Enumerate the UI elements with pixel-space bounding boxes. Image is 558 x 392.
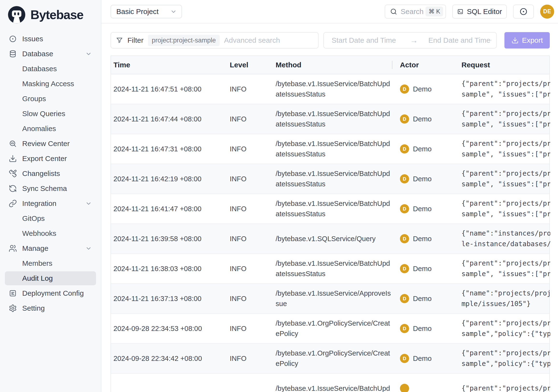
request-line: {"parent":"projects/pr <box>462 108 550 119</box>
sidebar-item-review-center[interactable]: Review Center <box>5 137 96 151</box>
user-avatar[interactable]: DE <box>540 5 554 18</box>
sidebar-item-members[interactable]: Members <box>5 256 96 270</box>
method-line: ePolicy <box>276 329 392 339</box>
search-button[interactable]: Search ⌘ K <box>385 5 446 18</box>
sidebar-item-manage[interactable]: Manage <box>5 241 96 255</box>
export-button[interactable]: Export <box>505 32 550 49</box>
code-search-icon <box>9 139 17 148</box>
topbar-right: Search ⌘ K SQL Editor DE <box>385 5 554 18</box>
bytebase-logo-icon <box>7 5 26 24</box>
sidebar-item-sync-schema[interactable]: Sync Schema <box>5 182 96 196</box>
table-row[interactable]: 2024-11-21 16:39:58 +08:00INFO/bytebase.… <box>111 224 549 254</box>
sidebar-nav: IssuesDatabaseDatabasesMasking AccessGro… <box>0 27 101 315</box>
request-line: mple/issues/105"} <box>462 299 550 309</box>
cell-level: INFO <box>227 115 273 123</box>
sidebar-item-masking-access[interactable]: Masking Access <box>5 77 96 91</box>
sidebar-item-label: Slow Queries <box>22 110 65 118</box>
table-row[interactable]: 2024-09-28 22:34:42 +08:00INFO/bytebase.… <box>111 344 549 374</box>
cell-request: {"parent":"projects/prsample","policy":{… <box>461 318 550 339</box>
request-line: {"parent":"projects/pr <box>462 198 550 209</box>
table-row[interactable]: 2024-11-21 16:37:13 +08:00INFO/bytebase.… <box>111 284 549 314</box>
cell-request: {"parent":"projects/prsample", "issues":… <box>461 138 550 160</box>
cell-request: {"parent":"projects/prsample", "issues":… <box>461 168 550 190</box>
sidebar-item-databases[interactable]: Databases <box>5 62 96 76</box>
sidebar-item-groups[interactable]: Groups <box>5 92 96 106</box>
bytebase-logo[interactable]: Bytebase <box>0 0 101 27</box>
actor-avatar: D <box>400 174 409 183</box>
actor-name: Demo <box>413 235 432 243</box>
cell-request: {"parent":"projects/prsample", "issues":… <box>461 198 550 219</box>
column-header-actor: Actor <box>392 61 461 69</box>
cell-time: 2024-11-21 16:41:47 +08:00 <box>111 205 227 213</box>
method-line: ateIssuesStatus <box>276 209 392 219</box>
bytebase-app: Bytebase IssuesDatabaseDatabasesMasking … <box>0 0 558 392</box>
method-line: ePolicy <box>276 358 392 369</box>
actor-name: Demo <box>413 295 432 303</box>
method-line: ateIssuesStatus <box>276 149 392 159</box>
download-icon <box>511 37 519 44</box>
column-header-time: Time <box>111 61 227 69</box>
actor-name: Demo <box>413 145 432 153</box>
pencil-ruler-icon <box>9 169 17 178</box>
sidebar-item-issues[interactable]: Issues <box>5 32 96 46</box>
filter-search-input[interactable]: Filter project:project-sample Advanced s… <box>111 32 319 49</box>
cell-level: INFO <box>227 85 273 93</box>
sidebar-item-deployment-config[interactable]: Deployment Config <box>5 286 96 300</box>
arrow-right-icon: → <box>410 36 418 45</box>
refresh-ccw-icon <box>9 184 17 193</box>
sql-editor-button[interactable]: SQL Editor <box>452 5 507 18</box>
method-line: /bytebase.v1.IssueService/BatchUpd <box>276 258 392 269</box>
sidebar-item-export-center[interactable]: Export Center <box>5 152 96 166</box>
table-row[interactable]: 2024-11-21 16:42:19 +08:00INFO/bytebase.… <box>111 164 549 194</box>
cell-actor: DDemo <box>392 85 461 94</box>
actor-name: Demo <box>413 325 432 333</box>
sidebar-item-integration[interactable]: Integration <box>5 196 96 210</box>
method-line: /bytebase.v1.IssueService/BatchUpd <box>276 383 392 392</box>
table-row[interactable]: 2024-11-21 16:38:03 +08:00INFO/bytebase.… <box>111 254 549 284</box>
cell-time: 2024-11-21 16:47:51 +08:00 <box>111 85 227 93</box>
sidebar-item-changelists[interactable]: Changelists <box>5 166 96 181</box>
brand-name: Bytebase <box>30 8 83 22</box>
project-selector[interactable]: Basic Project <box>111 5 182 18</box>
method-line: /bytebase.v1.IssueService/BatchUpd <box>276 79 392 89</box>
sidebar-item-webhooks[interactable]: Webhooks <box>5 226 96 240</box>
table-row[interactable]: /bytebase.v1.IssueService/BatchUpd{"pare… <box>111 374 549 392</box>
filter-chip-project[interactable]: project:project-sample <box>148 35 220 46</box>
cell-level: INFO <box>227 205 273 213</box>
chevron-down-icon <box>85 245 92 252</box>
sidebar-item-slow-queries[interactable]: Slow Queries <box>5 107 96 121</box>
sidebar-item-database[interactable]: Database <box>5 47 96 61</box>
table-row[interactable]: 2024-11-21 16:47:51 +08:00INFO/bytebase.… <box>111 74 549 104</box>
sidebar-item-audit-log[interactable]: Audit Log <box>5 271 96 285</box>
timer-button[interactable] <box>513 5 534 18</box>
table-row[interactable]: 2024-11-21 16:47:31 +08:00INFO/bytebase.… <box>111 134 549 164</box>
cell-time: 2024-11-21 16:38:03 +08:00 <box>111 265 227 273</box>
request-line: {"parent":"projects/pr <box>462 78 550 89</box>
sidebar-item-label: Integration <box>22 199 56 208</box>
cell-method: /bytebase.v1.IssueService/BatchUpdateIss… <box>273 198 392 219</box>
request-line: sample", "issues":["pr <box>462 149 550 160</box>
column-header-level: Level <box>227 61 273 69</box>
actor-name: Demo <box>413 355 432 363</box>
chevron-down-icon <box>85 200 92 207</box>
search-placeholder: Search <box>401 8 424 16</box>
cell-method: /bytebase.v1.IssueService/ApproveIssue <box>273 288 392 309</box>
sidebar-item-gitops[interactable]: GitOps <box>5 211 96 226</box>
actor-avatar: D <box>400 354 409 363</box>
method-line: /bytebase.v1.IssueService/BatchUpd <box>276 198 392 209</box>
table-row[interactable]: 2024-09-28 22:34:53 +08:00INFO/bytebase.… <box>111 314 549 344</box>
method-line: /bytebase.v1.IssueService/ApproveIs <box>276 288 392 299</box>
column-header-method: Method <box>273 61 392 69</box>
cell-request: {"name":"instances/prole-instance/databa… <box>461 228 550 249</box>
sql-editor-label: SQL Editor <box>467 8 502 16</box>
request-line: sample","policy":{"typ <box>462 329 550 339</box>
sidebar-item-setting[interactable]: Setting <box>5 301 96 315</box>
database-icon <box>9 50 17 58</box>
sidebar-item-anomalies[interactable]: Anomalies <box>5 122 96 136</box>
table-row[interactable]: 2024-11-21 16:41:47 +08:00INFO/bytebase.… <box>111 194 549 224</box>
table-row[interactable]: 2024-11-21 16:47:44 +08:00INFO/bytebase.… <box>111 104 549 134</box>
filter-row: Filter project:project-sample Advanced s… <box>111 32 550 49</box>
actor-avatar: D <box>400 294 409 303</box>
date-range-picker[interactable]: Start Date and Time → End Date and Time <box>323 32 497 49</box>
actor-avatar: D <box>400 85 409 94</box>
